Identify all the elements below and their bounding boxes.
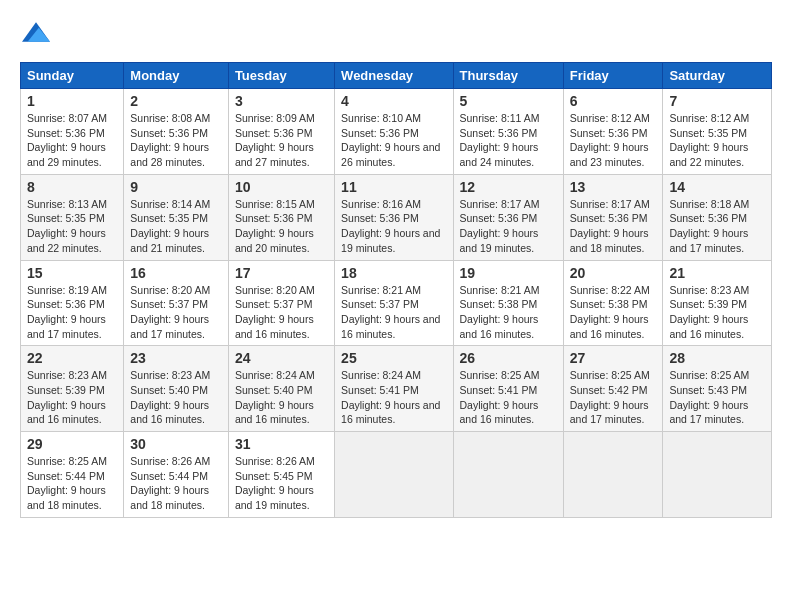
day-cell: 9Sunrise: 8:14 AMSunset: 5:35 PMDaylight… — [124, 174, 229, 260]
day-cell: 20Sunrise: 8:22 AMSunset: 5:38 PMDayligh… — [563, 260, 663, 346]
day-number: 1 — [27, 93, 117, 109]
day-number: 11 — [341, 179, 446, 195]
day-number: 21 — [669, 265, 765, 281]
day-number: 6 — [570, 93, 657, 109]
day-number: 4 — [341, 93, 446, 109]
day-number: 20 — [570, 265, 657, 281]
day-info: Sunrise: 8:10 AMSunset: 5:36 PMDaylight:… — [341, 112, 440, 168]
day-number: 14 — [669, 179, 765, 195]
day-cell: 4Sunrise: 8:10 AMSunset: 5:36 PMDaylight… — [335, 89, 453, 175]
day-info: Sunrise: 8:17 AMSunset: 5:36 PMDaylight:… — [570, 198, 650, 254]
day-info: Sunrise: 8:25 AMSunset: 5:42 PMDaylight:… — [570, 369, 650, 425]
col-header-tuesday: Tuesday — [228, 63, 334, 89]
day-cell: 27Sunrise: 8:25 AMSunset: 5:42 PMDayligh… — [563, 346, 663, 432]
day-number: 30 — [130, 436, 222, 452]
day-cell: 10Sunrise: 8:15 AMSunset: 5:36 PMDayligh… — [228, 174, 334, 260]
day-info: Sunrise: 8:20 AMSunset: 5:37 PMDaylight:… — [130, 284, 210, 340]
day-number: 18 — [341, 265, 446, 281]
day-cell: 28Sunrise: 8:25 AMSunset: 5:43 PMDayligh… — [663, 346, 772, 432]
day-cell — [563, 432, 663, 518]
page-container: SundayMondayTuesdayWednesdayThursdayFrid… — [0, 0, 792, 528]
day-number: 31 — [235, 436, 328, 452]
day-cell: 18Sunrise: 8:21 AMSunset: 5:37 PMDayligh… — [335, 260, 453, 346]
col-header-wednesday: Wednesday — [335, 63, 453, 89]
day-number: 24 — [235, 350, 328, 366]
day-cell: 25Sunrise: 8:24 AMSunset: 5:41 PMDayligh… — [335, 346, 453, 432]
day-info: Sunrise: 8:20 AMSunset: 5:37 PMDaylight:… — [235, 284, 315, 340]
day-cell: 26Sunrise: 8:25 AMSunset: 5:41 PMDayligh… — [453, 346, 563, 432]
col-header-sunday: Sunday — [21, 63, 124, 89]
day-cell: 15Sunrise: 8:19 AMSunset: 5:36 PMDayligh… — [21, 260, 124, 346]
col-header-saturday: Saturday — [663, 63, 772, 89]
day-info: Sunrise: 8:24 AMSunset: 5:40 PMDaylight:… — [235, 369, 315, 425]
day-cell: 17Sunrise: 8:20 AMSunset: 5:37 PMDayligh… — [228, 260, 334, 346]
col-header-monday: Monday — [124, 63, 229, 89]
day-number: 10 — [235, 179, 328, 195]
day-info: Sunrise: 8:18 AMSunset: 5:36 PMDaylight:… — [669, 198, 749, 254]
day-number: 5 — [460, 93, 557, 109]
day-info: Sunrise: 8:15 AMSunset: 5:36 PMDaylight:… — [235, 198, 315, 254]
day-cell: 7Sunrise: 8:12 AMSunset: 5:35 PMDaylight… — [663, 89, 772, 175]
day-info: Sunrise: 8:14 AMSunset: 5:35 PMDaylight:… — [130, 198, 210, 254]
day-info: Sunrise: 8:26 AMSunset: 5:45 PMDaylight:… — [235, 455, 315, 511]
day-info: Sunrise: 8:25 AMSunset: 5:41 PMDaylight:… — [460, 369, 540, 425]
day-info: Sunrise: 8:21 AMSunset: 5:38 PMDaylight:… — [460, 284, 540, 340]
day-info: Sunrise: 8:08 AMSunset: 5:36 PMDaylight:… — [130, 112, 210, 168]
day-cell: 21Sunrise: 8:23 AMSunset: 5:39 PMDayligh… — [663, 260, 772, 346]
day-number: 27 — [570, 350, 657, 366]
day-info: Sunrise: 8:17 AMSunset: 5:36 PMDaylight:… — [460, 198, 540, 254]
day-info: Sunrise: 8:23 AMSunset: 5:39 PMDaylight:… — [669, 284, 749, 340]
day-cell: 30Sunrise: 8:26 AMSunset: 5:44 PMDayligh… — [124, 432, 229, 518]
day-cell: 3Sunrise: 8:09 AMSunset: 5:36 PMDaylight… — [228, 89, 334, 175]
day-number: 25 — [341, 350, 446, 366]
day-cell: 23Sunrise: 8:23 AMSunset: 5:40 PMDayligh… — [124, 346, 229, 432]
day-number: 19 — [460, 265, 557, 281]
day-info: Sunrise: 8:23 AMSunset: 5:40 PMDaylight:… — [130, 369, 210, 425]
day-cell: 12Sunrise: 8:17 AMSunset: 5:36 PMDayligh… — [453, 174, 563, 260]
col-header-thursday: Thursday — [453, 63, 563, 89]
week-row-5: 29Sunrise: 8:25 AMSunset: 5:44 PMDayligh… — [21, 432, 772, 518]
day-number: 28 — [669, 350, 765, 366]
day-cell: 31Sunrise: 8:26 AMSunset: 5:45 PMDayligh… — [228, 432, 334, 518]
day-number: 2 — [130, 93, 222, 109]
week-row-2: 8Sunrise: 8:13 AMSunset: 5:35 PMDaylight… — [21, 174, 772, 260]
week-row-3: 15Sunrise: 8:19 AMSunset: 5:36 PMDayligh… — [21, 260, 772, 346]
day-number: 9 — [130, 179, 222, 195]
day-cell: 5Sunrise: 8:11 AMSunset: 5:36 PMDaylight… — [453, 89, 563, 175]
week-row-4: 22Sunrise: 8:23 AMSunset: 5:39 PMDayligh… — [21, 346, 772, 432]
day-cell: 6Sunrise: 8:12 AMSunset: 5:36 PMDaylight… — [563, 89, 663, 175]
day-cell: 13Sunrise: 8:17 AMSunset: 5:36 PMDayligh… — [563, 174, 663, 260]
day-number: 3 — [235, 93, 328, 109]
day-info: Sunrise: 8:24 AMSunset: 5:41 PMDaylight:… — [341, 369, 440, 425]
day-info: Sunrise: 8:25 AMSunset: 5:43 PMDaylight:… — [669, 369, 749, 425]
day-cell: 22Sunrise: 8:23 AMSunset: 5:39 PMDayligh… — [21, 346, 124, 432]
day-info: Sunrise: 8:12 AMSunset: 5:36 PMDaylight:… — [570, 112, 650, 168]
logo-icon — [22, 18, 50, 46]
day-info: Sunrise: 8:19 AMSunset: 5:36 PMDaylight:… — [27, 284, 107, 340]
day-cell: 11Sunrise: 8:16 AMSunset: 5:36 PMDayligh… — [335, 174, 453, 260]
col-header-friday: Friday — [563, 63, 663, 89]
day-number: 15 — [27, 265, 117, 281]
day-number: 13 — [570, 179, 657, 195]
day-number: 16 — [130, 265, 222, 281]
day-number: 8 — [27, 179, 117, 195]
header-row: SundayMondayTuesdayWednesdayThursdayFrid… — [21, 63, 772, 89]
day-cell: 8Sunrise: 8:13 AMSunset: 5:35 PMDaylight… — [21, 174, 124, 260]
day-info: Sunrise: 8:16 AMSunset: 5:36 PMDaylight:… — [341, 198, 440, 254]
day-info: Sunrise: 8:13 AMSunset: 5:35 PMDaylight:… — [27, 198, 107, 254]
day-cell — [663, 432, 772, 518]
day-cell: 19Sunrise: 8:21 AMSunset: 5:38 PMDayligh… — [453, 260, 563, 346]
week-row-1: 1Sunrise: 8:07 AMSunset: 5:36 PMDaylight… — [21, 89, 772, 175]
logo — [20, 18, 50, 50]
day-cell: 29Sunrise: 8:25 AMSunset: 5:44 PMDayligh… — [21, 432, 124, 518]
day-info: Sunrise: 8:07 AMSunset: 5:36 PMDaylight:… — [27, 112, 107, 168]
day-info: Sunrise: 8:11 AMSunset: 5:36 PMDaylight:… — [460, 112, 540, 168]
header — [20, 18, 772, 50]
day-number: 29 — [27, 436, 117, 452]
day-cell — [453, 432, 563, 518]
day-number: 22 — [27, 350, 117, 366]
day-info: Sunrise: 8:26 AMSunset: 5:44 PMDaylight:… — [130, 455, 210, 511]
day-cell: 1Sunrise: 8:07 AMSunset: 5:36 PMDaylight… — [21, 89, 124, 175]
day-cell: 2Sunrise: 8:08 AMSunset: 5:36 PMDaylight… — [124, 89, 229, 175]
day-number: 12 — [460, 179, 557, 195]
